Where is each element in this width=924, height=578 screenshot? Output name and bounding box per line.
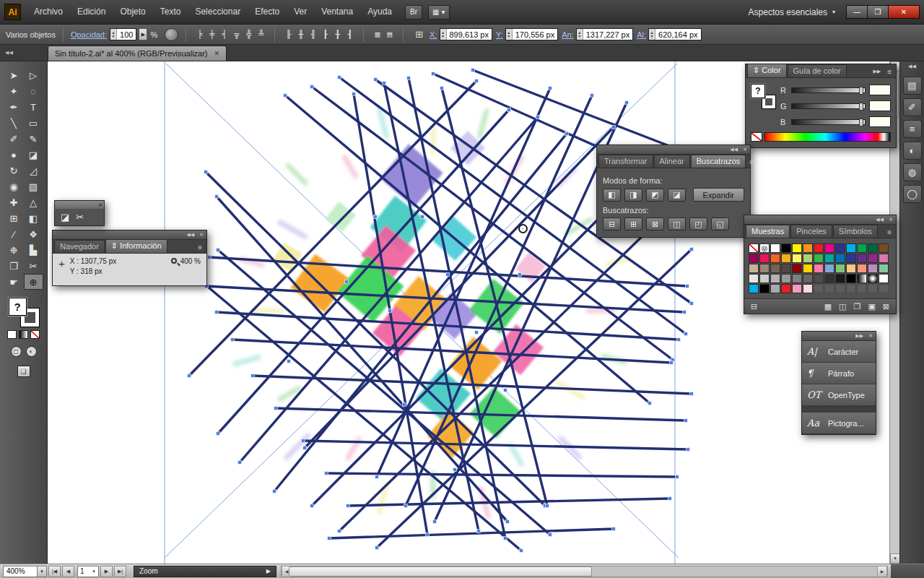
fill-proxy[interactable]: ? (751, 84, 765, 98)
swatch[interactable] (749, 243, 759, 253)
panel-close-icon[interactable]: ✕ (199, 232, 204, 238)
swatch[interactable] (770, 264, 780, 273)
slider-track[interactable] (791, 103, 866, 109)
slider-track[interactable] (791, 87, 866, 93)
swatch[interactable] (759, 264, 770, 273)
document-setup-icon[interactable]: ❏ (17, 366, 30, 377)
field-input[interactable]: ▲▼170,556 px (505, 28, 558, 40)
panel-menu-icon[interactable]: ≡ (746, 158, 757, 166)
slider-thumb[interactable] (859, 118, 863, 126)
swatch[interactable] (824, 264, 834, 273)
align-0-icon[interactable]: ╞ (193, 29, 206, 40)
panel-collapse-icon[interactable]: ▶▶ (855, 333, 863, 339)
swatch[interactable] (781, 243, 791, 253)
pencil-tool[interactable]: ✎ (24, 131, 43, 147)
swatch[interactable] (792, 274, 802, 283)
last-artboard-button[interactable]: ▶| (114, 566, 126, 577)
swatch[interactable] (879, 274, 889, 283)
paintbrush-tool[interactable]: ✐ (4, 131, 24, 147)
swatch[interactable] (879, 243, 889, 253)
panel-close-icon[interactable]: ✕ (889, 217, 893, 223)
distribute-5-icon[interactable]: ┨ (344, 29, 356, 40)
align-5-icon[interactable]: ╩ (255, 29, 267, 40)
swatch[interactable] (803, 243, 813, 253)
swatch[interactable] (749, 254, 759, 263)
pen-tool[interactable]: ✒ (4, 99, 24, 115)
dock-transparency-icon[interactable]: ◍ (903, 163, 922, 181)
swatch[interactable] (857, 254, 867, 263)
swatch[interactable] (792, 284, 802, 293)
dock-brushes-icon[interactable]: ✐ (903, 98, 922, 116)
field-label[interactable]: An: (562, 30, 574, 39)
type-panel-item-1[interactable]: ¶Párrafo (802, 363, 876, 384)
swatch[interactable] (824, 274, 834, 283)
swatch-libraries-icon[interactable]: ⊟ (751, 302, 757, 311)
swatch[interactable] (835, 254, 845, 263)
swatch[interactable] (868, 254, 878, 263)
tab-close-icon[interactable]: ✕ (214, 50, 220, 57)
spacing-1-icon[interactable]: ▤ (383, 29, 396, 40)
gradient-button[interactable] (19, 330, 28, 339)
field-input[interactable]: ▲▼1317,227 px (576, 28, 634, 40)
type-panel-item-2[interactable]: OTOpenType (802, 384, 876, 406)
swatch[interactable] (759, 284, 770, 293)
rotate-tool[interactable]: ↻ (4, 163, 24, 178)
menu-item-5[interactable]: Efecto (248, 7, 287, 17)
field-label[interactable]: Y: (496, 30, 503, 39)
direct-selection-tool[interactable]: ▷ (24, 67, 43, 83)
swatch[interactable] (781, 264, 791, 273)
panel-close-icon[interactable]: ✕ (743, 147, 747, 152)
field-label[interactable]: Al: (637, 30, 646, 39)
zoom-tool[interactable]: ⊕ (24, 274, 43, 290)
distribute-4-icon[interactable]: ╂ (331, 29, 344, 40)
menu-item-0[interactable]: Archivo (27, 7, 70, 17)
color-spectrum-bar[interactable] (764, 132, 891, 142)
tab-navigator[interactable]: Navegador (54, 240, 105, 253)
dock-gradient-icon[interactable]: ◐ (903, 142, 922, 160)
fill-proxy[interactable]: ? (9, 298, 27, 316)
field-label[interactable]: X: (430, 30, 437, 39)
swatch[interactable] (792, 243, 802, 253)
shape-mode-1-button[interactable]: ◨ (624, 189, 642, 202)
pathfinder-0-button[interactable]: ⊟ (603, 217, 621, 230)
swatch[interactable] (759, 274, 770, 283)
panel-close-icon[interactable]: ✕ (98, 202, 103, 208)
scissors-tool-mini[interactable]: ✂ (76, 212, 84, 223)
close-button[interactable]: ✕ (888, 5, 920, 19)
panel-close-icon[interactable]: ✕ (868, 333, 873, 339)
screen-mode-1-button[interactable]: ◐ (26, 346, 37, 357)
swatch[interactable] (868, 264, 878, 273)
mesh-tool[interactable]: ⊞ (4, 210, 24, 226)
workspace-switcher[interactable]: Aspectos esenciales ▾ (749, 7, 835, 17)
opacity-dropdown-icon[interactable]: ▶ (139, 28, 147, 40)
swatch[interactable] (749, 274, 759, 283)
scale-tool[interactable]: ◿ (24, 163, 43, 178)
pathfinder-4-button[interactable]: ◰ (689, 217, 707, 230)
color-fill-stroke-proxy[interactable]: ? (751, 84, 775, 108)
swatch[interactable] (846, 254, 856, 263)
opacity-spinner[interactable]: ▲▼ (110, 29, 117, 40)
artboard-tool[interactable]: ❐ (4, 258, 24, 274)
menu-item-4[interactable]: Seleccionar (188, 7, 248, 17)
swatch[interactable] (879, 264, 889, 273)
tab-brushes[interactable]: Pinceles (790, 225, 832, 238)
panel-menu-icon[interactable]: ≡ (195, 243, 205, 251)
swatch[interactable] (803, 264, 813, 273)
blob-brush-tool[interactable]: ● (4, 147, 24, 163)
opacity-input[interactable]: ▲▼ 100 (110, 28, 136, 40)
minimize-button[interactable]: — (846, 5, 868, 19)
first-artboard-button[interactable]: |◀ (48, 566, 61, 577)
swatch[interactable] (803, 274, 813, 283)
distribute-0-icon[interactable]: ╟ (282, 29, 295, 40)
pathfinder-3-button[interactable]: ◫ (668, 217, 686, 230)
align-2-icon[interactable]: ╡ (218, 29, 230, 40)
slice-tool[interactable]: ✂ (24, 258, 43, 274)
panel-collapse-icon[interactable]: ◀◀ (876, 217, 884, 223)
menu-item-2[interactable]: Objeto (113, 7, 152, 17)
gradient-tool[interactable]: ◧ (24, 210, 43, 226)
slider-value-input[interactable] (869, 100, 891, 111)
arrange-documents-button[interactable]: ▦ ▾ (428, 5, 449, 20)
field-spinner[interactable]: ▲▼ (506, 29, 513, 40)
slider-thumb[interactable] (859, 87, 863, 95)
lasso-tool[interactable]: ◌ (24, 83, 43, 99)
